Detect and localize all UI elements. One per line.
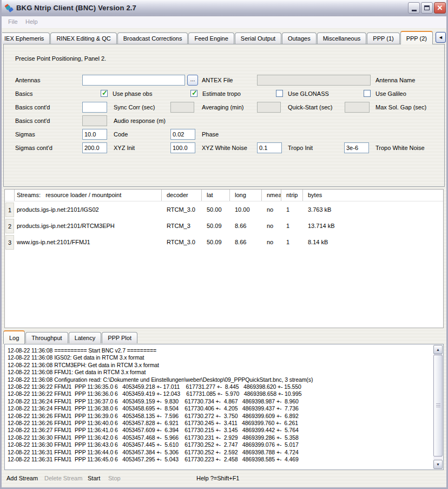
log-line: 12-08-22 11:36:27 FFMJ1 PPP 11:36:41.0 6… xyxy=(8,427,431,434)
sync-corr-label: Sync Corr (sec) xyxy=(114,104,155,110)
scroll-down-button[interactable]: ▼ xyxy=(433,460,443,469)
tab-serial-output[interactable]: Serial Output xyxy=(235,32,281,44)
estimate-tropo-checkbox[interactable] xyxy=(190,90,197,97)
sigma-code-input[interactable] xyxy=(82,129,107,140)
tab-ppp-2[interactable]: PPP (2) xyxy=(400,31,433,44)
log-line: 12-08-22 11:36:08 ========== Start BNC v… xyxy=(8,347,431,354)
log-line: 12-08-22 11:36:30 FFMJ1 PPP 11:36:43.0 6… xyxy=(8,441,431,448)
menu-help[interactable]: Help xyxy=(25,18,38,25)
tab-rinex-editing-qc[interactable]: RINEX Editing & QC xyxy=(50,32,116,44)
antex-browse-button[interactable]: ... xyxy=(187,75,198,86)
antex-file-input xyxy=(257,75,371,86)
stream-row[interactable]: 1 products.igs-ip.net:2101/IGS02 RTCM_3.… xyxy=(5,201,443,218)
minimize-icon xyxy=(412,10,417,11)
scroll-thumb[interactable] xyxy=(433,355,443,457)
audio-response-input xyxy=(82,115,107,126)
tab-rinex-ephemeris[interactable]: IEX Ephemeris xyxy=(2,32,50,44)
maximize-icon xyxy=(424,5,430,10)
streams-header-row: Streams: resource loader / mountpoint de… xyxy=(5,190,443,201)
title-bar[interactable]: BKG Ntrip Client (BNC) Version 2.7 ✕ xyxy=(0,0,448,16)
add-stream-button[interactable]: Add Stream xyxy=(6,475,38,481)
use-phase-obs-checkbox[interactable] xyxy=(101,90,108,97)
cell-decoder: RTCM_3.0 xyxy=(162,206,202,213)
tab-broadcast-corrections[interactable]: Broadcast Corrections xyxy=(117,32,188,44)
col-header-mountpoint[interactable]: Streams: resource loader / mountpoint xyxy=(15,190,162,201)
cell-lat: 50.09 xyxy=(202,223,230,229)
window-title: BKG Ntrip Client (BNC) Version 2.7 xyxy=(16,4,136,12)
streams-header-corner xyxy=(5,190,15,201)
tab-outages[interactable]: Outages xyxy=(282,32,317,44)
col-header-nmea[interactable]: nmea xyxy=(262,190,281,201)
cell-ntrip: 1 xyxy=(281,206,303,213)
tab-log[interactable]: Log xyxy=(3,330,25,344)
col-header-bytes[interactable]: bytes xyxy=(303,190,443,201)
log-line: 12-08-22 11:36:26 FFMJ1 PPP 11:36:40.0 6… xyxy=(8,420,431,427)
col-header-lat[interactable]: lat xyxy=(202,190,230,201)
row-header[interactable]: 1 xyxy=(5,203,14,217)
start-button[interactable]: Start xyxy=(88,475,100,481)
maximize-button[interactable] xyxy=(421,2,433,14)
cell-mountpoint: www.igs-ip.net:2101/FFMJ1 xyxy=(15,239,162,245)
cell-ntrip: 1 xyxy=(281,223,303,229)
cell-lat: 50.09 xyxy=(202,239,230,245)
tab-latency[interactable]: Latency xyxy=(69,332,102,343)
menu-file[interactable]: File xyxy=(8,18,18,25)
averaging-input xyxy=(170,102,194,113)
antennas-label: Antennas xyxy=(15,77,40,83)
antennas-input[interactable] xyxy=(82,75,185,86)
row-header[interactable]: 2 xyxy=(5,219,14,233)
xyz-white-noise-input[interactable] xyxy=(170,142,195,153)
max-sol-gap-input xyxy=(345,102,370,113)
log-line: 12-08-22 11:36:22 FFMJ1 PPP 11:36:36.0 6… xyxy=(8,390,431,397)
xyz-white-noise-label: XYZ White Noise xyxy=(202,145,247,151)
row-header[interactable]: 3 xyxy=(5,235,14,250)
sync-corr-input[interactable] xyxy=(82,102,107,113)
audio-response-label: Audio response (m) xyxy=(114,118,166,124)
tab-miscellaneous[interactable]: Miscellaneous xyxy=(317,32,367,44)
cell-ntrip: 1 xyxy=(281,239,303,245)
sigmas-label: Sigmas xyxy=(15,131,35,138)
max-sol-gap-label: Max Sol. Gap (sec) xyxy=(375,104,426,110)
stream-row[interactable]: 2 products.igs-ip.net:2101/RTCM3EPH RTCM… xyxy=(5,218,443,234)
tropo-init-label: Tropo Init xyxy=(288,145,313,151)
col-header-long[interactable]: long xyxy=(230,190,262,201)
xyz-init-input[interactable] xyxy=(82,142,107,153)
log-line: 12-08-22 11:36:26 FFMJ1 PPP 11:36:39.0 6… xyxy=(8,413,431,420)
log-line: 12-08-22 11:36:30 FFMJ1 PPP 11:36:42.0 6… xyxy=(8,434,431,441)
tab-ppp-1[interactable]: PPP (1) xyxy=(367,32,399,44)
ppp2-panel xyxy=(3,44,445,187)
tropo-white-noise-label: Tropo White Noise xyxy=(375,145,425,151)
tab-feed-engine[interactable]: Feed Engine xyxy=(188,32,234,44)
cell-bytes: 3.763 kB xyxy=(303,206,443,213)
tab-scroll-left-button[interactable]: ◄ xyxy=(436,32,446,43)
col-header-ntrip[interactable]: ntrip xyxy=(281,190,303,201)
bnc-window: BKG Ntrip Client (BNC) Version 2.7 ✕ Fil… xyxy=(0,0,448,489)
use-galileo-checkbox[interactable] xyxy=(364,90,371,97)
bottom-tab-bar: Log Throughput Latency PPP Plot xyxy=(3,331,445,343)
bnc-app-icon xyxy=(4,3,14,13)
log-scrollbar[interactable]: ▲ ▼ xyxy=(433,345,443,469)
close-button[interactable]: ✕ xyxy=(434,2,446,14)
cell-nmea: no xyxy=(262,223,281,229)
sigma-phase-label: Phase xyxy=(202,131,219,138)
use-phase-obs-label: Use phase obs xyxy=(113,90,152,97)
tropo-white-noise-input[interactable] xyxy=(344,142,369,153)
help-button[interactable]: Help ?=Shift+F1 xyxy=(196,475,240,481)
tab-throughput[interactable]: Throughput xyxy=(25,332,68,343)
log-view[interactable]: 12-08-22 11:36:08 ========== Start BNC v… xyxy=(4,344,444,470)
chevron-left-icon: ◄ xyxy=(438,35,443,40)
cell-nmea: no xyxy=(262,239,281,245)
tab-ppp-plot[interactable]: PPP Plot xyxy=(102,332,137,343)
minimize-button[interactable] xyxy=(408,2,420,14)
cell-long: 8.66 xyxy=(230,239,262,245)
tropo-init-input[interactable] xyxy=(257,142,282,153)
averaging-label: Averaging (min) xyxy=(202,104,243,110)
col-header-decoder[interactable]: decoder xyxy=(162,190,202,201)
log-line: 12-08-22 11:36:24 FFMJ1 PPP 11:36:37.0 6… xyxy=(8,398,431,405)
stream-row[interactable]: 3 www.igs-ip.net:2101/FFMJ1 RTCM_3.0 50.… xyxy=(5,234,443,250)
use-glonass-checkbox[interactable] xyxy=(276,90,283,97)
cell-decoder: RTCM_3.0 xyxy=(162,239,202,245)
scroll-up-button[interactable]: ▲ xyxy=(433,345,443,354)
log-line: 12-08-22 11:36:08 Configuration read: C:… xyxy=(8,376,431,383)
sigma-phase-input[interactable] xyxy=(170,129,195,140)
